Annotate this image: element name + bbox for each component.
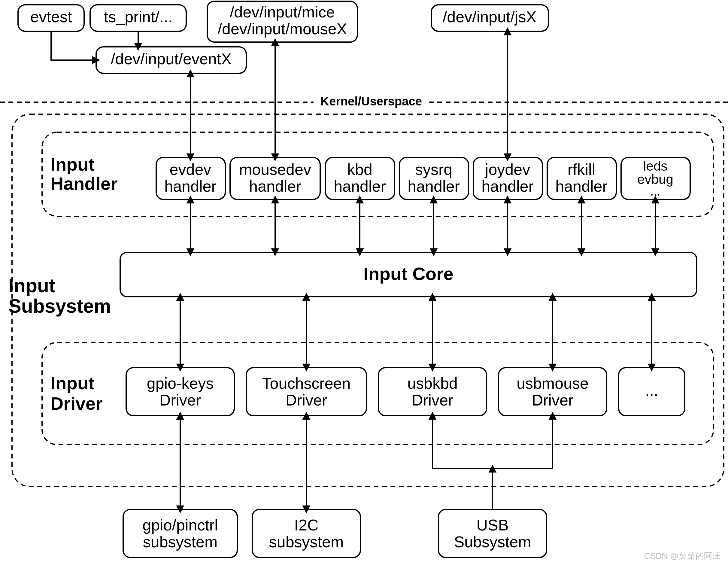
- text-kbd2: handler: [334, 178, 386, 195]
- label-handler-2: Handler: [50, 174, 117, 194]
- text-ts1: Touchscreen: [262, 375, 351, 392]
- text-sysrq1: sysrq: [415, 161, 452, 178]
- text-usbm2: Driver: [532, 391, 574, 409]
- text-usbkbd1: usbkbd: [407, 375, 458, 392]
- text-gpio-sub2: subsystem: [143, 533, 218, 551]
- text-kbd1: kbd: [347, 161, 372, 178]
- text-rfkill1: rfkill: [568, 161, 595, 178]
- text-gpio-sub1: gpio/pinctrl: [142, 516, 218, 534]
- text-ts2: Driver: [286, 391, 327, 409]
- text-evtest: evtest: [30, 8, 72, 26]
- text-mousedev2: handler: [249, 178, 301, 195]
- text-mousedev1: mousedev: [239, 161, 311, 178]
- label-driver-1: Input: [50, 373, 95, 393]
- text-driver-more: ...: [645, 382, 658, 399]
- text-usb2: Subsystem: [454, 533, 531, 551]
- text-usbm1: usbmouse: [517, 375, 589, 392]
- text-mice1: /dev/input/mice: [230, 3, 335, 21]
- text-gpio2: Driver: [159, 391, 201, 409]
- linux-input-subsystem-diagram: evtest ts_print/... /dev/input/eventX /d…: [0, 0, 728, 565]
- text-evdev1: evdev: [170, 161, 211, 178]
- text-jsx: /dev/input/jsX: [443, 8, 536, 26]
- watermark: CSDN @菜菜的阿庄: [644, 551, 721, 560]
- label-driver-2: Driver: [50, 393, 102, 414]
- text-leds2: evbug: [637, 172, 673, 187]
- text-i2c1: I2C: [294, 516, 319, 534]
- text-mice2: /dev/input/mouseX: [218, 20, 347, 38]
- text-sysrq2: handler: [408, 178, 460, 195]
- divider-label: Kernel/Userspace: [320, 95, 422, 108]
- text-usbkbd2: Driver: [412, 391, 453, 409]
- text-leds1: leds: [643, 159, 668, 173]
- text-evdev2: handler: [164, 178, 216, 195]
- label-handler-1: Input: [50, 154, 95, 175]
- arrow-evtest-eventx: [51, 31, 96, 60]
- text-input-core: Input Core: [363, 264, 453, 284]
- label-subsystem-2: Subsystem: [8, 295, 111, 317]
- text-tsprint: ts_print/...: [104, 8, 172, 26]
- text-eventx: /dev/input/eventX: [111, 50, 232, 68]
- text-joy1: joydev: [484, 161, 530, 178]
- text-rfkill2: handler: [555, 178, 607, 195]
- text-gpio1: gpio-keys: [147, 375, 214, 392]
- text-leds3: ...: [650, 185, 660, 198]
- label-subsystem-1: Input: [8, 275, 55, 296]
- text-usb1: USB: [477, 516, 509, 534]
- text-joy2: handler: [481, 178, 533, 195]
- text-i2c2: subsystem: [269, 533, 344, 551]
